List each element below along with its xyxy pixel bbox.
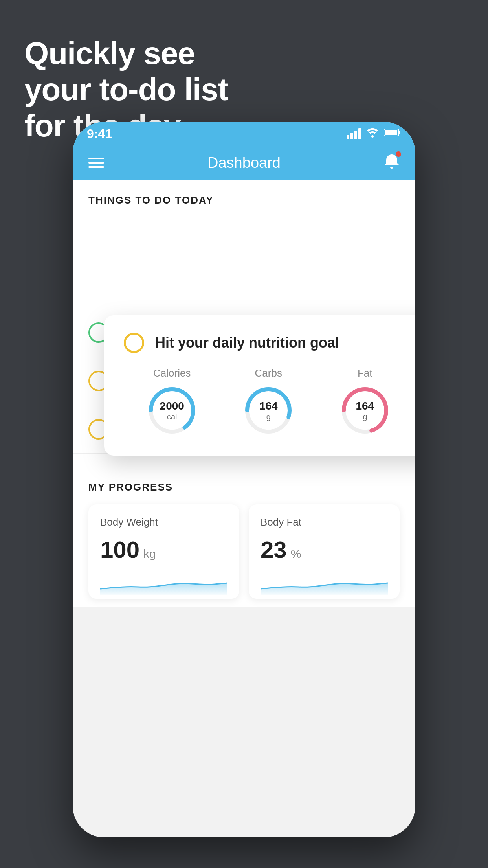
mini-chart: [261, 571, 388, 595]
hamburger-menu[interactable]: [88, 158, 104, 168]
nutrition-ring: 164 g: [243, 385, 294, 436]
progress-section: MY PROGRESS Body Weight 100 kg Body Fat …: [73, 465, 415, 607]
nutrition-ring: 164 g: [339, 385, 391, 436]
progress-card-title: Body Weight: [100, 516, 227, 528]
ring-unit: cal: [160, 412, 184, 421]
progress-value-row: 23 %: [261, 536, 388, 563]
progress-value: 100: [100, 536, 139, 563]
signal-icon: [347, 128, 361, 139]
nutrition-ring: 2000 cal: [147, 385, 198, 436]
progress-unit: %: [291, 547, 301, 561]
nav-bar: Dashboard: [73, 145, 415, 180]
content-area: THINGS TO DO TODAY Hit your daily nutrit…: [73, 180, 415, 607]
progress-value-row: 100 kg: [100, 536, 227, 563]
ring-unit: g: [259, 412, 278, 421]
phone-mockup: 9:41: [73, 122, 415, 837]
progress-unit: kg: [143, 547, 156, 561]
nutrition-check-circle[interactable]: [124, 333, 144, 353]
nutrition-item-fat: Fat 164 g: [339, 367, 391, 436]
progress-cards: Body Weight 100 kg Body Fat 23 %: [88, 504, 400, 599]
things-to-do-title: THINGS TO DO TODAY: [88, 194, 214, 206]
battery-icon: [384, 127, 401, 140]
nutrition-card-title: Hit your daily nutrition goal: [155, 335, 339, 351]
status-icons: [347, 127, 401, 140]
svg-rect-2: [385, 130, 397, 135]
progress-card[interactable]: Body Fat 23 %: [249, 504, 400, 599]
nutrition-card: Hit your daily nutrition goal Calories 2…: [104, 315, 415, 456]
wifi-icon: [366, 127, 379, 140]
nutrition-label: Carbs: [255, 367, 282, 379]
notification-bell-icon[interactable]: [384, 153, 400, 173]
status-time: 9:41: [87, 127, 112, 141]
nutrition-label: Calories: [153, 367, 191, 379]
status-bar: 9:41: [73, 122, 415, 145]
ring-value: 2000: [160, 400, 184, 412]
ring-text: 164 g: [356, 400, 374, 421]
nutrition-circles: Calories 2000 cal Carbs 164 g Fat: [124, 367, 415, 436]
svg-rect-1: [399, 131, 400, 134]
ring-text: 164 g: [259, 400, 278, 421]
ring-unit: g: [356, 412, 374, 421]
progress-card-title: Body Fat: [261, 516, 388, 528]
ring-value: 164: [259, 400, 278, 412]
progress-card[interactable]: Body Weight 100 kg: [88, 504, 239, 599]
nutrition-card-header: Hit your daily nutrition goal: [124, 333, 415, 353]
ring-text: 2000 cal: [160, 400, 184, 421]
nutrition-item-carbs: Carbs 164 g: [243, 367, 294, 436]
progress-header: MY PROGRESS: [88, 481, 400, 493]
notification-dot: [396, 151, 401, 157]
progress-value: 23: [261, 536, 287, 563]
mini-chart: [100, 571, 227, 595]
ring-value: 164: [356, 400, 374, 412]
nutrition-label: Fat: [358, 367, 372, 379]
things-to-do-header: THINGS TO DO TODAY: [73, 180, 415, 214]
nutrition-item-calories: Calories 2000 cal: [147, 367, 198, 436]
nav-title: Dashboard: [207, 154, 281, 171]
